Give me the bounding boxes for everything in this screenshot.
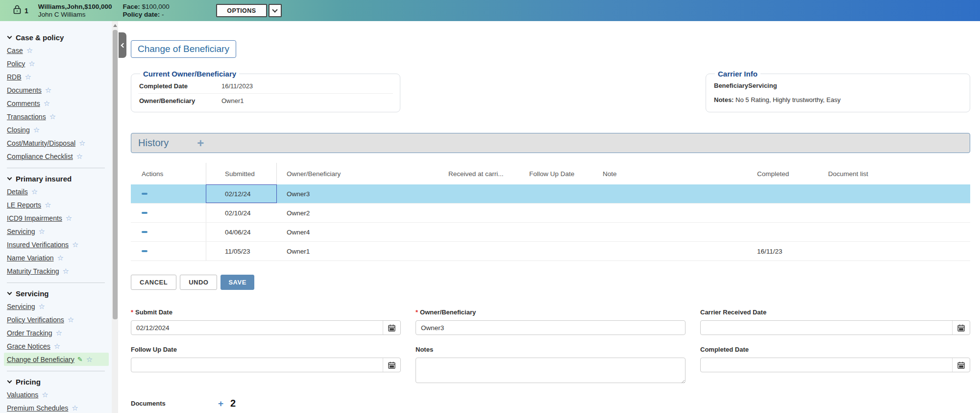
sidebar-scrollbar[interactable]	[112, 21, 118, 413]
calendar-icon[interactable]	[383, 358, 400, 372]
star-icon[interactable]: ☆	[54, 342, 60, 351]
sidebar-item-rdb[interactable]: RDB ☆	[7, 70, 107, 83]
sidebar-item-servicing[interactable]: Servicing ☆	[7, 225, 107, 238]
submit-date-input[interactable]	[131, 321, 383, 335]
sidebar-item-label[interactable]: Maturity Tracking	[7, 267, 59, 275]
cell-document-list[interactable]	[818, 204, 970, 222]
sidebar-item-label[interactable]: Case	[7, 47, 23, 54]
column-header-received[interactable]: Received at carri...	[439, 163, 519, 184]
cell-submitted[interactable]: 11/05/23	[206, 242, 277, 260]
sidebar-item-label[interactable]: Comments	[7, 100, 40, 107]
sidebar-collapse-button[interactable]	[119, 32, 126, 58]
sidebar-item-policy-verifications[interactable]: Policy Verifications ☆	[7, 313, 107, 326]
sidebar-item-le-reports[interactable]: LE Reports ☆	[7, 198, 107, 211]
sidebar-item-label[interactable]: Closing	[7, 126, 30, 134]
sidebar-item-label[interactable]: Servicing	[7, 303, 35, 310]
column-header-actions[interactable]: Actions	[131, 163, 206, 184]
star-icon[interactable]: ☆	[26, 46, 33, 55]
cell-note[interactable]	[593, 184, 747, 203]
cell-received-at-carrier[interactable]	[439, 223, 519, 241]
cell-completed[interactable]: 16/11/23	[747, 242, 818, 260]
star-icon[interactable]: ☆	[25, 73, 31, 81]
sidebar-item-label[interactable]: LE Reports	[7, 201, 41, 209]
sidebar-item-maturity-tracking[interactable]: Maturity Tracking ☆	[7, 264, 107, 278]
cell-owner-beneficiary[interactable]: Owner3	[277, 184, 439, 203]
sidebar-item-label[interactable]: Documents	[7, 86, 42, 94]
cell-completed[interactable]	[747, 223, 818, 241]
star-icon[interactable]: ☆	[76, 152, 83, 161]
carrier-received-date-input[interactable]	[701, 321, 952, 335]
sidebar-item-change-of-beneficiary[interactable]: Change of Beneficiary ✎☆	[4, 353, 109, 366]
sidebar-item-label[interactable]: Order Tracking	[7, 329, 52, 337]
options-dropdown-button[interactable]	[269, 4, 282, 17]
sidebar-item-grace-notices[interactable]: Grace Notices ☆	[7, 339, 107, 353]
star-icon[interactable]: ☆	[31, 187, 38, 196]
add-history-row-button[interactable]: +	[197, 136, 204, 150]
sidebar-section-header[interactable]: Pricing	[7, 375, 107, 388]
cell-note[interactable]	[593, 204, 747, 222]
calendar-icon[interactable]	[383, 321, 400, 335]
sidebar-item-label[interactable]: ICD9 Impairments	[7, 214, 62, 222]
owner-beneficiary-input[interactable]	[416, 321, 685, 335]
cell-received-at-carrier[interactable]	[439, 184, 519, 203]
sidebar-item-compliance-checklist[interactable]: Compliance Checklist ☆	[7, 150, 107, 163]
sidebar-item-case[interactable]: Case ☆	[7, 44, 107, 57]
star-icon[interactable]: ☆	[66, 214, 72, 223]
table-row[interactable]: 02/12/24 Owner3	[131, 184, 970, 204]
sidebar-item-policy[interactable]: Policy ☆	[7, 57, 107, 70]
scrollbar-thumb[interactable]	[113, 30, 118, 319]
sidebar-item-name-variation[interactable]: Name Variation ☆	[7, 251, 107, 264]
undo-button[interactable]: UNDO	[180, 275, 217, 290]
sidebar-section-header[interactable]: Case & policy	[7, 31, 107, 44]
sidebar-item-details[interactable]: Details ☆	[7, 185, 107, 198]
table-row[interactable]: 11/05/23 Owner1 16/11/23	[131, 242, 970, 261]
sidebar-item-label[interactable]: RDB	[7, 73, 22, 81]
sidebar-item-comments[interactable]: Comments ☆	[7, 97, 107, 110]
sidebar-item-label[interactable]: Cost/Maturity/Disposal	[7, 139, 75, 147]
star-icon[interactable]: ☆	[86, 355, 93, 364]
cell-received-at-carrier[interactable]	[439, 204, 519, 222]
sidebar-item-insured-verifications[interactable]: Insured Verifications ☆	[7, 238, 107, 251]
calendar-icon[interactable]	[952, 321, 970, 335]
cell-follow-up-date[interactable]	[519, 184, 593, 203]
star-icon[interactable]: ☆	[49, 112, 56, 121]
table-row[interactable]: 02/10/24 Owner2	[131, 204, 970, 223]
sidebar-item-label[interactable]: Valuations	[7, 391, 38, 399]
column-header-followup[interactable]: Follow Up Date	[519, 163, 593, 184]
sidebar-item-transactions[interactable]: Transactions ☆	[7, 110, 107, 123]
cell-received-at-carrier[interactable]	[439, 242, 519, 260]
column-header-submitted[interactable]: Submitted	[206, 163, 277, 184]
sidebar-item-servicing[interactable]: Servicing ☆	[7, 300, 107, 313]
sidebar-item-cost-maturity-disposal[interactable]: Cost/Maturity/Disposal ☆	[7, 136, 107, 150]
star-icon[interactable]: ☆	[28, 59, 35, 68]
star-icon[interactable]: ☆	[57, 254, 63, 262]
options-button[interactable]: OPTIONS	[216, 4, 267, 17]
remove-row-icon[interactable]	[142, 231, 147, 233]
star-icon[interactable]: ☆	[56, 329, 62, 337]
star-icon[interactable]: ☆	[39, 227, 45, 236]
sidebar-item-documents[interactable]: Documents ☆	[7, 83, 107, 97]
star-icon[interactable]: ☆	[72, 404, 78, 413]
star-icon[interactable]: ☆	[44, 99, 50, 108]
star-icon[interactable]: ☆	[79, 139, 85, 148]
star-icon[interactable]: ☆	[68, 315, 74, 324]
cell-owner-beneficiary[interactable]: Owner4	[277, 223, 439, 241]
cell-document-list[interactable]	[818, 242, 970, 260]
cell-document-list[interactable]	[818, 184, 970, 203]
sidebar-item-label[interactable]: Transactions	[7, 113, 46, 121]
star-icon[interactable]: ☆	[42, 390, 48, 399]
sidebar-item-order-tracking[interactable]: Order Tracking ☆	[7, 326, 107, 339]
cancel-button[interactable]: CANCEL	[131, 275, 176, 290]
cell-note[interactable]	[593, 242, 747, 260]
cell-completed[interactable]	[747, 204, 818, 222]
sidebar-section-header[interactable]: Servicing	[7, 287, 107, 300]
save-button[interactable]: SAVE	[220, 275, 254, 290]
sidebar-item-label[interactable]: Compliance Checklist	[7, 153, 73, 160]
cell-completed[interactable]	[747, 184, 818, 203]
calendar-icon[interactable]	[952, 358, 970, 372]
edit-pencil-icon[interactable]: ✎	[77, 356, 83, 363]
remove-row-icon[interactable]	[142, 193, 147, 195]
add-document-button[interactable]: +	[218, 398, 223, 409]
scroll-up-arrow-icon[interactable]	[113, 24, 117, 27]
sidebar-item-premium-schedules[interactable]: Premium Schedules ☆	[7, 401, 107, 413]
